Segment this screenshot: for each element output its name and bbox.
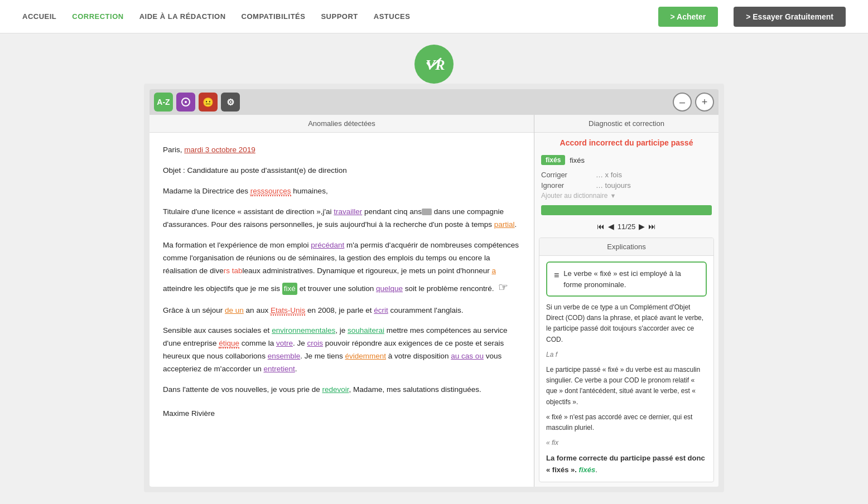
app-window: A-Z 😐 ⚙ – + (144, 84, 724, 492)
nav-first-button[interactable]: ⏮ (597, 222, 605, 231)
etats-unis-error[interactable]: Etats-Unis (271, 306, 305, 316)
expl-p2: Le participe passé « fixé » du verbe est… (546, 365, 707, 408)
expl-p2b: « fixé » n'est pas accordé avec ce derni… (546, 412, 707, 433)
word-badge: fixés (541, 155, 565, 165)
progress-bar (541, 205, 712, 215)
explanation-section: Explications ≡ Le verbe « fixé » est ici… (539, 238, 714, 482)
compass-button[interactable] (176, 93, 195, 112)
diag-title: Accord incorrect du participe passé (534, 133, 718, 153)
nav-next-button[interactable]: ▶ (639, 222, 645, 231)
environnementales-error[interactable]: environnementales (272, 326, 335, 335)
expl-body: ≡ Le verbe « fixé » est ici employé à la… (539, 256, 713, 482)
content-area: Anomalies détectées Paris, mardi 3 octob… (150, 115, 718, 487)
nav-prev-button[interactable]: ◀ (608, 222, 614, 231)
gear-button[interactable]: ⚙ (221, 93, 240, 112)
minus-icon: – (679, 96, 685, 108)
quelque-error[interactable]: quelque (376, 284, 403, 293)
app-logo: VR (414, 45, 454, 84)
expl-truncated1: La f (546, 350, 707, 360)
zoom-minus-button[interactable]: – (673, 93, 692, 112)
au-cas-ou-error[interactable]: au cas ou (451, 352, 484, 360)
resssources-error[interactable]: resssources (250, 187, 291, 196)
nav-astuces[interactable]: ASTUCES (374, 12, 411, 21)
list-icon: ≡ (554, 269, 559, 282)
nav-compat[interactable]: COMPATIBILITÉS (242, 12, 306, 21)
zoom-plus-button[interactable]: + (695, 93, 714, 112)
word-correction: fixés (570, 156, 585, 164)
ensemble-error[interactable]: ensemble (268, 352, 301, 360)
fixe-highlight[interactable]: fixé (282, 283, 297, 295)
buy-button[interactable]: > Acheter (658, 7, 718, 27)
expl-conclusion: La forme correcte du participe passé est… (546, 453, 707, 476)
etique-error[interactable]: étique (219, 339, 239, 348)
nav-aide[interactable]: AIDE À LA RÉDACTION (139, 12, 226, 21)
letter-greeting: Madame la Directrice des resssources hum… (163, 185, 520, 198)
nav-support[interactable]: SUPPORT (321, 12, 358, 21)
letter-p5: Dans l'attente de vos nouvelles, je vous… (163, 384, 520, 396)
entretient-error[interactable]: entretient (263, 365, 295, 373)
letter-p1: Titulaire d'une licence « assistant de d… (163, 206, 520, 231)
navbar: ACCUEIL CORRECTION AIDE À LA RÉDACTION C… (0, 0, 868, 33)
add-dict-label[interactable]: Ajouter au dictionnaire (541, 192, 607, 200)
nav-row: ⏮ ◀ 11/25 ▶ ⏭ (534, 220, 718, 233)
expl-green-box: ≡ Le verbe « fixé » est ici employé à la… (546, 261, 707, 297)
nav-count: 11/25 (618, 222, 636, 231)
letter-date-line: Paris, mardi 3 octobre 2019 (163, 144, 520, 157)
expl-truncated2: « fix (546, 438, 707, 448)
letter-p3: Grâce à un séjour de un an aux Etats-Uni… (163, 304, 520, 317)
smiley-button[interactable]: 😐 (199, 93, 218, 112)
add-dict-row: Ajouter au dictionnaire ▼ (534, 191, 718, 201)
hero-section: VR (0, 33, 868, 84)
letter-p4: Sensible aux causes sociales et environn… (163, 324, 520, 376)
evidemment-error[interactable]: évidemment (345, 352, 386, 360)
word-row: fixés fixés (534, 153, 718, 167)
letter-signature: Maxime Rivière (163, 408, 520, 420)
redevoir-error[interactable]: redevoir (322, 385, 349, 394)
nav-accueil[interactable]: ACCUEIL (22, 12, 56, 21)
svg-point-2 (185, 101, 187, 103)
bottom-section: Le Robert Correcteur analyse entièrement… (0, 498, 868, 504)
partial-error[interactable]: partial (494, 220, 515, 229)
action-correct-dots: … x fois (596, 171, 622, 179)
nav-correction[interactable]: CORRECTION (72, 12, 123, 21)
expl-header: Explications (539, 238, 713, 256)
action-ignore-row: Ignorer … toujours (534, 180, 718, 191)
date-error[interactable]: mardi 3 octobre 2019 (184, 146, 255, 154)
nav-last-button[interactable]: ⏭ (648, 222, 656, 231)
right-panel-header: Diagnostic et correction (534, 115, 718, 133)
votre-error[interactable]: votre (276, 339, 293, 347)
action-ignore-dots: … toujours (596, 181, 631, 190)
action-ignore-label[interactable]: Ignorer (541, 181, 591, 190)
action-correct-row: Corriger … x fois (534, 169, 718, 180)
ecrit-error[interactable]: écrit (374, 306, 388, 314)
letter-subject: Objet : Candidature au poste d'assistant… (163, 164, 520, 177)
expl-p1: Si un verbe de ce type a un Complément d… (546, 302, 707, 345)
left-panel: Anomalies détectées Paris, mardi 3 octob… (150, 115, 534, 487)
left-panel-header: Anomalies détectées (150, 115, 534, 133)
toolbar: A-Z 😐 ⚙ – + (150, 89, 718, 115)
precedant-error[interactable]: précédant (311, 241, 344, 249)
crois-error[interactable]: crois (307, 339, 324, 347)
de-un-error[interactable]: de un (225, 306, 244, 314)
travailler-error[interactable]: travailler (334, 207, 362, 216)
az-button[interactable]: A-Z (154, 93, 173, 112)
try-button[interactable]: > Essayer Gratuitement (734, 7, 846, 27)
a-error[interactable]: a (491, 266, 496, 275)
expl-box-text: Le verbe « fixé » est ici employé à la f… (563, 268, 699, 290)
action-correct-label[interactable]: Corriger (541, 171, 591, 179)
souhaiterai-error[interactable]: souhaiterai (348, 326, 384, 335)
right-panel: Diagnostic et correction Accord incorrec… (534, 115, 718, 487)
plus-icon: + (702, 96, 708, 108)
letter-body: Paris, mardi 3 octobre 2019 Objet : Cand… (150, 133, 534, 439)
letter-p2: Ma formation et l'expérience de mon empl… (163, 239, 520, 297)
